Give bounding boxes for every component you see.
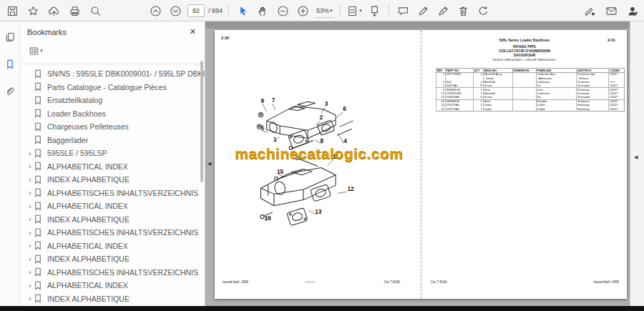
- parts-table-cell: 22027: [609, 107, 625, 112]
- chevron-right-icon[interactable]: ›: [26, 202, 34, 210]
- cursor-icon: [237, 5, 249, 17]
- bookmark-ribbon-icon: [34, 188, 44, 197]
- left-page-number: 2-30: [221, 36, 229, 40]
- attachments-button[interactable]: [1, 83, 18, 100]
- pdf-page-right: 595L Series Loader Backhoes 2-31 INTAKE …: [421, 30, 627, 299]
- bookmark-item[interactable]: › ALPHABETISCHES INHALTSVERZEICHNIS: [20, 187, 205, 200]
- account-button[interactable]: [625, 2, 641, 19]
- svg-text:5: 5: [260, 125, 264, 132]
- bookmark-item[interactable]: › ALPHABETICAL INDEX: [20, 279, 205, 292]
- parts-table-cell: U37778281: [445, 72, 473, 80]
- toolbar-share-group: [582, 0, 641, 21]
- bookmark-item[interactable]: › SN/NS : 595SLE DBK0009001- / 595LSP DB…: [20, 67, 205, 81]
- zoom-level-value: 53%: [316, 7, 329, 14]
- chevron-right-icon[interactable]: ›: [26, 229, 34, 237]
- page-number-input[interactable]: [187, 4, 205, 17]
- save-icon: [6, 5, 19, 17]
- bookmark-item[interactable]: › INDEX ALPHABETIQUE: [20, 252, 205, 266]
- bookmark-ribbon-icon: [34, 214, 44, 224]
- svg-text:3: 3: [325, 101, 328, 107]
- chevron-right-icon[interactable]: ›: [26, 242, 34, 250]
- bookmark-ribbon-icon: [34, 135, 44, 144]
- bookmark-ribbon-icon: [34, 82, 44, 92]
- zoom-in-button[interactable]: [295, 2, 311, 19]
- chevron-right-icon[interactable]: ›: [26, 176, 34, 184]
- bookmark-item[interactable]: › ALPHABETISCHES INHALTSVERZEICHNIS: [20, 226, 205, 240]
- document-viewport[interactable]: ◀ 2-30: [205, 21, 630, 306]
- star-button[interactable]: [25, 2, 42, 19]
- bookmarks-options-button[interactable]: ▾: [26, 42, 46, 59]
- zoom-out-button[interactable]: [275, 2, 291, 19]
- request-signatures-button[interactable]: [582, 2, 598, 19]
- chevron-right-icon[interactable]: ›: [26, 215, 34, 223]
- next-page-button[interactable]: [167, 2, 184, 19]
- delete-button[interactable]: [455, 2, 472, 19]
- document-canvas-gap: [205, 21, 630, 29]
- bookmark-item[interactable]: › ALPHABETISCHES INHALTSVERZEICHNIS: [20, 266, 205, 280]
- bookmark-item[interactable]: › 595SLE / 595LSP: [20, 147, 205, 160]
- bookmark-ribbon-icon: [34, 241, 44, 250]
- chevron-right-icon[interactable]: ›: [26, 268, 34, 276]
- chevron-down-icon: ▾: [359, 8, 362, 14]
- left-page-footer-code: C09BT040: [305, 281, 315, 283]
- fill-sign-button[interactable]: [435, 2, 452, 19]
- print-button[interactable]: [67, 2, 83, 19]
- send-email-button[interactable]: [603, 2, 620, 19]
- left-page-footer-issued: Issued April, 1999: [223, 280, 248, 284]
- bookmark-item[interactable]: › ALPHABETICAL INDEX: [20, 199, 205, 213]
- cloud-upload-icon: [48, 5, 60, 17]
- chevron-right-icon[interactable]: ›: [26, 189, 34, 197]
- chevron-right-icon[interactable]: ›: [26, 295, 34, 302]
- bookmark-item[interactable]: › INDEX ALPHABETIQUE: [20, 292, 205, 306]
- close-panel-button[interactable]: ✕: [190, 27, 196, 36]
- bookmark-item[interactable]: › Ersatzteilkatalog: [20, 94, 205, 107]
- bookmark-item[interactable]: › ALPHABETICAL INDEX: [20, 160, 205, 174]
- toolbar: / 694 53% ▾ ▾: [0, 0, 644, 21]
- bookmark-label: ALPHABETICAL INDEX: [47, 242, 128, 250]
- bookmark-item[interactable]: › Loader Backhoes: [20, 107, 205, 121]
- bookmark-label: ALPHABETISCHES INHALTSVERZEICHNIS: [47, 228, 198, 237]
- bookmarks-list: › SN/NS : 595SLE DBK0009001- / 595LSP DB…: [20, 64, 205, 306]
- bookmark-item[interactable]: › Baggerlader: [20, 134, 205, 147]
- parts-table-cell: Manifold Assy - Intake: [483, 72, 512, 80]
- chevron-right-icon[interactable]: ›: [26, 282, 34, 290]
- right-page-number: 2-31: [608, 38, 615, 42]
- bookmarks-panel-button[interactable]: [1, 56, 18, 73]
- svg-text:1: 1: [273, 137, 277, 143]
- bookmark-item[interactable]: › ALPHABETICAL INDEX: [20, 240, 205, 253]
- pages-icon: [4, 31, 16, 43]
- fit-page-icon: [346, 5, 358, 17]
- fit-page-dropdown-button[interactable]: ▾: [346, 2, 363, 19]
- share-upload-button[interactable]: [46, 2, 62, 19]
- redo-button[interactable]: [475, 2, 492, 19]
- chevron-right-icon[interactable]: ›: [26, 255, 34, 263]
- page-thumbnails-button[interactable]: [1, 29, 18, 46]
- parts-table-cell: [512, 72, 536, 80]
- zoom-level-dropdown[interactable]: 53% ▾: [315, 4, 334, 18]
- printer-icon: [69, 5, 81, 17]
- save-button[interactable]: [4, 2, 21, 19]
- collapse-sidebar-handle[interactable]: ◀: [206, 159, 213, 169]
- select-tool-button[interactable]: [235, 2, 251, 19]
- highlight-pen-button[interactable]: [415, 2, 431, 19]
- hand-tool-button[interactable]: [255, 2, 271, 19]
- expand-tools-handle[interactable]: ◀: [634, 154, 638, 160]
- svg-text:8: 8: [321, 138, 324, 144]
- rotate-redo-icon: [477, 5, 489, 17]
- bookmarks-panel-title: Bookmarks: [27, 28, 67, 36]
- bookmark-item[interactable]: › INDEX ALPHABETIQUE: [20, 213, 205, 227]
- bookmark-ribbon-icon: [34, 149, 44, 158]
- comment-button[interactable]: [395, 2, 411, 19]
- scrolling-mode-button[interactable]: [366, 2, 383, 19]
- chevron-right-icon[interactable]: ›: [26, 162, 34, 170]
- previous-page-button[interactable]: [147, 2, 164, 19]
- bookmark-item[interactable]: › INDEX ALPHABETIQUE: [20, 173, 205, 187]
- parts-table-cell: Collar: [483, 107, 512, 112]
- bookmarks-scrollbar-thumb[interactable]: [200, 61, 203, 182]
- search-button[interactable]: [87, 2, 104, 19]
- bookmark-label: ALPHABETICAL INDEX: [47, 281, 128, 290]
- bookmarks-panel: Bookmarks ✕ ▾ › SN/NS : 595SLE DBK000900…: [20, 21, 205, 306]
- bookmark-item[interactable]: › Chargeuses Pelleteuses: [20, 120, 205, 134]
- chevron-right-icon[interactable]: ›: [26, 149, 34, 157]
- bookmark-item[interactable]: › Parts Catalogue - Catalogue Pièces: [20, 81, 205, 94]
